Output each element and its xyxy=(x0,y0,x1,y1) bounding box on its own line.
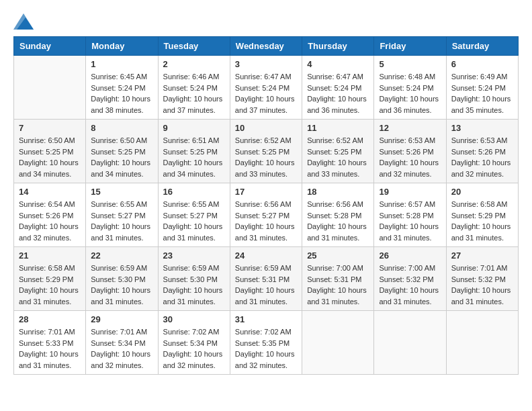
calendar-table: SundayMondayTuesdayWednesdayThursdayFrid… xyxy=(13,36,519,375)
day-info: Sunrise: 6:49 AMSunset: 5:24 PMDaylight:… xyxy=(451,71,513,116)
day-info: Sunrise: 7:01 AMSunset: 5:34 PMDaylight:… xyxy=(91,326,152,371)
day-info: Sunrise: 7:02 AMSunset: 5:35 PMDaylight:… xyxy=(235,326,297,371)
day-number: 23 xyxy=(163,250,225,261)
day-info: Sunrise: 6:55 AMSunset: 5:27 PMDaylight:… xyxy=(91,199,152,243)
calendar-day-cell: 15Sunrise: 6:55 AMSunset: 5:27 PMDayligh… xyxy=(86,183,158,247)
day-info: Sunrise: 6:46 AMSunset: 5:24 PMDaylight:… xyxy=(163,71,225,116)
day-info: Sunrise: 6:50 AMSunset: 5:25 PMDaylight:… xyxy=(19,135,81,179)
day-info: Sunrise: 6:51 AMSunset: 5:25 PMDaylight:… xyxy=(163,135,225,179)
calendar-week-row: 1Sunrise: 6:45 AMSunset: 5:24 PMDaylight… xyxy=(14,56,519,120)
day-info: Sunrise: 7:02 AMSunset: 5:34 PMDaylight:… xyxy=(163,326,225,371)
weekday-header: Tuesday xyxy=(158,37,230,56)
calendar-day-cell: 20Sunrise: 6:58 AMSunset: 5:29 PMDayligh… xyxy=(446,183,518,247)
logo-icon xyxy=(13,13,34,30)
day-info: Sunrise: 6:58 AMSunset: 5:29 PMDaylight:… xyxy=(451,199,513,243)
calendar-day-cell: 13Sunrise: 6:53 AMSunset: 5:26 PMDayligh… xyxy=(446,120,518,183)
calendar-day-cell: 25Sunrise: 7:00 AMSunset: 5:31 PMDayligh… xyxy=(302,247,374,311)
calendar-day-cell: 4Sunrise: 6:47 AMSunset: 5:24 PMDaylight… xyxy=(302,56,374,120)
calendar-day-cell: 9Sunrise: 6:51 AMSunset: 5:25 PMDaylight… xyxy=(158,120,230,183)
day-info: Sunrise: 6:54 AMSunset: 5:26 PMDaylight:… xyxy=(19,199,81,243)
calendar-day-cell: 29Sunrise: 7:01 AMSunset: 5:34 PMDayligh… xyxy=(86,311,158,375)
day-info: Sunrise: 6:56 AMSunset: 5:27 PMDaylight:… xyxy=(235,199,297,243)
calendar-day-cell: 2Sunrise: 6:46 AMSunset: 5:24 PMDaylight… xyxy=(158,56,230,120)
day-info: Sunrise: 6:59 AMSunset: 5:30 PMDaylight:… xyxy=(91,263,152,307)
day-number: 11 xyxy=(307,123,369,133)
weekday-header: Sunday xyxy=(14,37,86,56)
calendar-week-row: 7Sunrise: 6:50 AMSunset: 5:25 PMDaylight… xyxy=(14,120,519,183)
day-number: 6 xyxy=(451,59,513,69)
calendar-day-cell: 23Sunrise: 6:59 AMSunset: 5:30 PMDayligh… xyxy=(158,247,230,311)
day-info: Sunrise: 6:52 AMSunset: 5:25 PMDaylight:… xyxy=(235,135,297,179)
weekday-header: Thursday xyxy=(302,37,374,56)
day-number: 20 xyxy=(451,187,513,197)
calendar-day-cell: 24Sunrise: 6:59 AMSunset: 5:31 PMDayligh… xyxy=(230,247,302,311)
calendar-header-row: SundayMondayTuesdayWednesdayThursdayFrid… xyxy=(14,37,519,56)
day-number: 3 xyxy=(235,59,297,69)
calendar-week-row: 28Sunrise: 7:01 AMSunset: 5:33 PMDayligh… xyxy=(14,311,519,375)
calendar-day-cell: 10Sunrise: 6:52 AMSunset: 5:25 PMDayligh… xyxy=(230,120,302,183)
day-info: Sunrise: 6:53 AMSunset: 5:26 PMDaylight:… xyxy=(379,135,441,179)
calendar-day-cell xyxy=(302,311,374,375)
day-number: 5 xyxy=(379,59,441,69)
day-number: 26 xyxy=(379,250,441,261)
day-number: 14 xyxy=(19,187,81,197)
calendar-day-cell xyxy=(446,311,518,375)
weekday-header: Monday xyxy=(86,37,158,56)
weekday-header: Friday xyxy=(374,37,446,56)
page-header xyxy=(13,13,519,30)
calendar-day-cell: 6Sunrise: 6:49 AMSunset: 5:24 PMDaylight… xyxy=(446,56,518,120)
day-info: Sunrise: 6:45 AMSunset: 5:24 PMDaylight:… xyxy=(91,71,152,116)
day-number: 13 xyxy=(451,123,513,133)
calendar-day-cell: 7Sunrise: 6:50 AMSunset: 5:25 PMDaylight… xyxy=(14,120,86,183)
day-number: 15 xyxy=(91,187,152,197)
weekday-header: Saturday xyxy=(446,37,518,56)
day-number: 7 xyxy=(19,123,81,133)
day-number: 19 xyxy=(379,187,441,197)
weekday-header: Wednesday xyxy=(230,37,302,56)
calendar-day-cell: 28Sunrise: 7:01 AMSunset: 5:33 PMDayligh… xyxy=(14,311,86,375)
calendar-day-cell: 22Sunrise: 6:59 AMSunset: 5:30 PMDayligh… xyxy=(86,247,158,311)
calendar-day-cell xyxy=(14,56,86,120)
calendar-day-cell: 19Sunrise: 6:57 AMSunset: 5:28 PMDayligh… xyxy=(374,183,446,247)
calendar-day-cell: 3Sunrise: 6:47 AMSunset: 5:24 PMDaylight… xyxy=(230,56,302,120)
day-info: Sunrise: 6:53 AMSunset: 5:26 PMDaylight:… xyxy=(451,135,513,179)
calendar-day-cell: 18Sunrise: 6:56 AMSunset: 5:28 PMDayligh… xyxy=(302,183,374,247)
day-info: Sunrise: 6:47 AMSunset: 5:24 PMDaylight:… xyxy=(235,71,297,116)
day-info: Sunrise: 6:50 AMSunset: 5:25 PMDaylight:… xyxy=(91,135,152,179)
day-number: 16 xyxy=(163,187,225,197)
day-number: 25 xyxy=(307,250,369,261)
day-number: 24 xyxy=(235,250,297,261)
day-number: 27 xyxy=(451,250,513,261)
day-info: Sunrise: 6:59 AMSunset: 5:30 PMDaylight:… xyxy=(163,263,225,307)
day-number: 1 xyxy=(91,59,152,69)
calendar-week-row: 21Sunrise: 6:58 AMSunset: 5:29 PMDayligh… xyxy=(14,247,519,311)
day-number: 28 xyxy=(19,314,81,324)
day-info: Sunrise: 7:00 AMSunset: 5:31 PMDaylight:… xyxy=(307,263,369,307)
day-number: 12 xyxy=(379,123,441,133)
day-number: 31 xyxy=(235,314,297,324)
calendar-day-cell: 17Sunrise: 6:56 AMSunset: 5:27 PMDayligh… xyxy=(230,183,302,247)
logo xyxy=(13,13,36,30)
day-number: 17 xyxy=(235,187,297,197)
day-info: Sunrise: 6:59 AMSunset: 5:31 PMDaylight:… xyxy=(235,263,297,307)
day-number: 4 xyxy=(307,59,369,69)
calendar-day-cell: 11Sunrise: 6:52 AMSunset: 5:25 PMDayligh… xyxy=(302,120,374,183)
calendar-week-row: 14Sunrise: 6:54 AMSunset: 5:26 PMDayligh… xyxy=(14,183,519,247)
calendar-day-cell: 14Sunrise: 6:54 AMSunset: 5:26 PMDayligh… xyxy=(14,183,86,247)
day-number: 21 xyxy=(19,250,81,261)
day-number: 18 xyxy=(307,187,369,197)
day-info: Sunrise: 6:57 AMSunset: 5:28 PMDaylight:… xyxy=(379,199,441,243)
day-info: Sunrise: 6:48 AMSunset: 5:24 PMDaylight:… xyxy=(379,71,441,116)
day-info: Sunrise: 6:56 AMSunset: 5:28 PMDaylight:… xyxy=(307,199,369,243)
calendar-day-cell: 12Sunrise: 6:53 AMSunset: 5:26 PMDayligh… xyxy=(374,120,446,183)
day-number: 29 xyxy=(91,314,152,324)
calendar-day-cell xyxy=(374,311,446,375)
day-info: Sunrise: 6:55 AMSunset: 5:27 PMDaylight:… xyxy=(163,199,225,243)
day-info: Sunrise: 7:01 AMSunset: 5:32 PMDaylight:… xyxy=(451,263,513,307)
calendar-day-cell: 27Sunrise: 7:01 AMSunset: 5:32 PMDayligh… xyxy=(446,247,518,311)
day-number: 8 xyxy=(91,123,152,133)
day-number: 2 xyxy=(163,59,225,69)
calendar-day-cell: 5Sunrise: 6:48 AMSunset: 5:24 PMDaylight… xyxy=(374,56,446,120)
day-number: 30 xyxy=(163,314,225,324)
calendar-day-cell: 16Sunrise: 6:55 AMSunset: 5:27 PMDayligh… xyxy=(158,183,230,247)
